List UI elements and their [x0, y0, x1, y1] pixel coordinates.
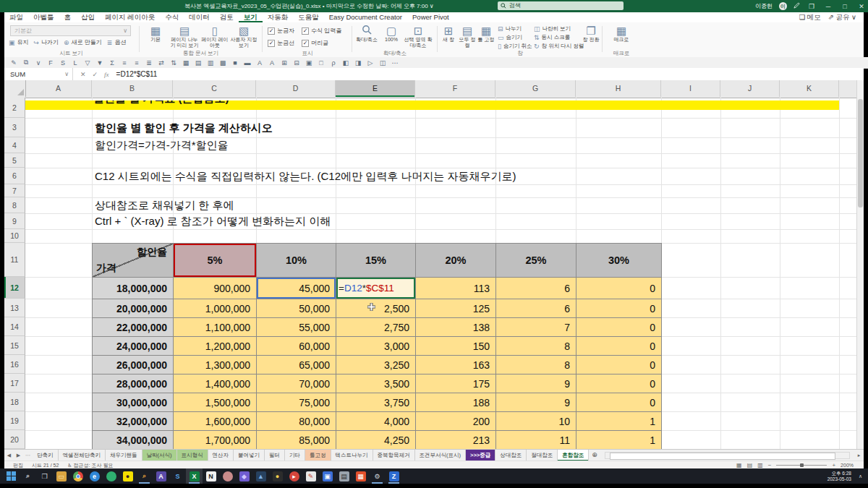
tray-chevron-icon[interactable]: ∧ [859, 474, 868, 479]
cell-C12[interactable]: 900,000 [174, 278, 257, 299]
column-header-E[interactable]: E [336, 80, 415, 97]
instruction-line-3[interactable]: C12 시트외에는 수식을 직접입력하지 않는다. (C12에만 입력후 나머지… [95, 168, 516, 184]
rate-header-15%[interactable]: 15% [336, 244, 416, 278]
horizontal-scrollbar[interactable] [605, 452, 850, 459]
page-break-toggle-icon[interactable]: ▥ [757, 462, 763, 468]
menu-tab-아벨툴[interactable]: 아벨툴 [28, 12, 59, 22]
cell-E12[interactable]: =D12*$C$11 [336, 278, 416, 299]
sheet-nav-more-icon[interactable]: ⋯ [23, 450, 33, 461]
row-header-10[interactable]: 10 [4, 229, 25, 243]
row-header-14[interactable]: 14 [4, 317, 25, 336]
sheet-tab-기타[interactable]: 기타 [285, 450, 305, 461]
menu-tab-데이터[interactable]: 데이터 [184, 12, 215, 22]
sheet-tab-채우기핸들[interactable]: 채우기핸들 [106, 450, 142, 461]
sheet-tab-텍스트나누기[interactable]: 텍스트나누기 [331, 450, 373, 461]
qat-icon[interactable]: ✎ [10, 59, 17, 67]
custom-views-button[interactable]: ▧사용자 지정 보기 [229, 25, 258, 48]
horizontal-scrollbar-thumb[interactable] [610, 453, 835, 460]
sheet-nav-left-icon[interactable]: ◀ [4, 450, 14, 461]
qat-icon[interactable]: ⊞ [281, 59, 288, 67]
cell-F18[interactable]: 188 [416, 393, 496, 412]
rate-header-20%[interactable]: 20% [416, 244, 496, 278]
menu-tab-Power Pivot[interactable]: Power Pivot [407, 12, 454, 22]
minimize-button[interactable]: ─ [823, 3, 833, 10]
maximize-button[interactable]: □ [840, 3, 850, 10]
qat-icon[interactable]: A [268, 59, 276, 67]
qat-icon[interactable]: ⧉ [22, 59, 30, 67]
document-title[interactable]: 복사본 엑셀교육자료_v2023_05_수업편(실습)_0.xlsx • 마지막… [184, 0, 434, 12]
sheet-view-dropdown[interactable]: 기본값∨ [10, 25, 131, 36]
cell-B12[interactable]: 18,000,000 [93, 278, 174, 299]
search-icon[interactable]: ⌕ [20, 468, 36, 484]
menu-tab-홈[interactable]: 홈 [59, 12, 77, 22]
start-button[interactable] [3, 468, 20, 484]
row-header-16[interactable]: 16 [4, 355, 25, 374]
qat-icon[interactable]: ▬ [244, 59, 251, 67]
column-header-C[interactable]: C [173, 80, 256, 97]
row-header-15[interactable]: 15 [4, 336, 25, 355]
cell-B15[interactable]: 24,000,000 [93, 337, 174, 356]
cell-E18[interactable]: 3,750 [336, 393, 416, 412]
new-window-button[interactable]: ⊞새 창 [440, 25, 457, 43]
row-header-13[interactable]: 13 [4, 299, 25, 317]
qat-icon[interactable]: ⇄ [158, 59, 165, 67]
cell-D15[interactable]: 60,000 [257, 337, 336, 356]
qat-icon[interactable]: ▼ [96, 59, 103, 67]
formula-bar-checkbox[interactable]: ✓수식 입력줄 [302, 27, 341, 35]
cell-G17[interactable]: 9 [496, 374, 576, 393]
cell-E13[interactable]: 2,500 [336, 299, 416, 318]
sheet-tab-붙여넣기[interactable]: 붙여넣기 [234, 450, 265, 461]
cell-F15[interactable]: 150 [416, 337, 496, 356]
cell-D20[interactable]: 85,000 [257, 431, 336, 449]
row-header-19[interactable]: 19 [4, 411, 25, 430]
notion-icon[interactable]: N [203, 468, 219, 484]
name-box[interactable]: SUM∨ [4, 68, 73, 80]
search-box[interactable]: 검색 [498, 1, 624, 10]
instruction-line-1[interactable]: 할인율 별 할인 후 가격을 계산하시오 [95, 118, 273, 137]
cell-G15[interactable]: 8 [496, 337, 576, 356]
rate-header-10%[interactable]: 10% [257, 244, 336, 278]
zoom-button[interactable]: 확대/축소 [354, 25, 379, 43]
cell-F20[interactable]: 213 [416, 431, 496, 449]
qat-icon[interactable]: ⋯ [391, 59, 399, 67]
cell-B19[interactable]: 32,000,000 [93, 412, 174, 431]
cell-H16[interactable]: 0 [576, 356, 662, 374]
enter-entry-icon[interactable]: ✓ [93, 71, 98, 78]
normal-view-button[interactable]: ▦기본 [141, 25, 170, 43]
qat-icon[interactable]: A [256, 59, 263, 67]
cell-C18[interactable]: 1,500,000 [174, 393, 257, 412]
cell-D13[interactable]: 50,000 [257, 299, 336, 318]
cell-D12[interactable]: 45,000 [257, 278, 336, 299]
excel-icon[interactable]: X [186, 468, 203, 484]
cell-H20[interactable]: 1 [576, 431, 662, 449]
formula-input[interactable]: =D12*$C$11 [116, 70, 158, 78]
row-header-3[interactable]: 3 [4, 118, 25, 137]
accessibility-status[interactable]: ♿ 접근성: 조사 필요 [67, 462, 113, 469]
zoom-to-selection-button[interactable]: ⊡선택 영역 확대/축소 [404, 25, 433, 48]
hscroll-right-arrow-icon[interactable]: ▸ [854, 450, 864, 461]
options-button[interactable]: ≣옵션 [107, 38, 127, 46]
menu-tab-검토[interactable]: 검토 [215, 12, 239, 22]
menu-tab-파일[interactable]: 파일 [4, 12, 28, 22]
qat-icon[interactable]: ■ [231, 59, 239, 67]
qat-icon[interactable]: ▦ [182, 59, 190, 67]
menu-tab-자동화[interactable]: 자동화 [263, 12, 294, 22]
page-layout-toggle-icon[interactable]: ▤ [747, 462, 753, 468]
sheet-tab-엑셀전체단축키[interactable]: 엑셀전체단축키 [59, 450, 106, 461]
column-header-D[interactable]: D [256, 80, 336, 97]
cell-H13[interactable]: 0 [576, 299, 662, 318]
share-button[interactable]: ⇗ 공유 ∨ [828, 12, 856, 22]
cell-H17[interactable]: 0 [576, 374, 662, 393]
exit-button[interactable]: ↪나가기 [34, 38, 59, 46]
pencil-icon[interactable] [793, 2, 800, 10]
sheet-tab-중복항목제거[interactable]: 중복항목제거 [373, 450, 415, 461]
cell-G18[interactable]: 9 [496, 393, 576, 412]
cell-D17[interactable]: 70,000 [257, 374, 336, 393]
user-name[interactable]: 이종헌 [755, 2, 773, 10]
cell-B13[interactable]: 20,000,000 [93, 299, 174, 318]
cell-F14[interactable]: 138 [416, 318, 496, 337]
row-header-18[interactable]: 18 [4, 393, 25, 411]
qat-icon[interactable]: S [59, 59, 67, 67]
menu-tab-수식[interactable]: 수식 [160, 12, 184, 22]
youtube-icon[interactable]: ▸ [286, 468, 302, 484]
